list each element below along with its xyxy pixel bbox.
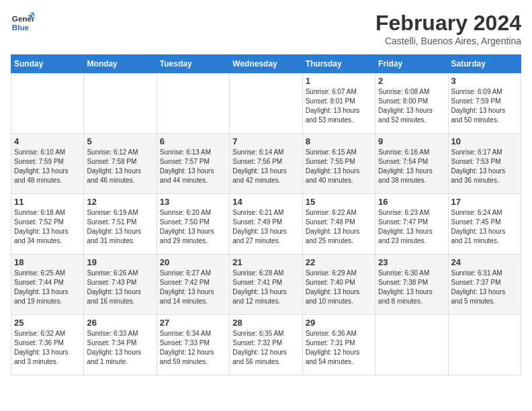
day-info: Sunrise: 6:30 AMSunset: 7:38 PMDaylight:…	[378, 269, 445, 306]
day-number: 4	[14, 136, 81, 146]
day-number: 8	[306, 136, 372, 146]
day-info: Sunrise: 6:34 AMSunset: 7:33 PMDaylight:…	[160, 329, 226, 367]
day-number: 7	[232, 136, 299, 146]
calendar-cell: 22Sunrise: 6:29 AMSunset: 7:40 PMDayligh…	[302, 255, 375, 315]
calendar-cell: 7Sunrise: 6:14 AMSunset: 7:56 PMDaylight…	[230, 134, 302, 194]
calendar-cell: 24Sunrise: 6:31 AMSunset: 7:37 PMDayligh…	[448, 255, 521, 315]
calendar-cell: 19Sunrise: 6:26 AMSunset: 7:43 PMDayligh…	[84, 255, 157, 315]
day-number: 13	[160, 197, 226, 207]
calendar-cell: 23Sunrise: 6:30 AMSunset: 7:38 PMDayligh…	[375, 255, 448, 315]
day-info: Sunrise: 6:15 AMSunset: 7:55 PMDaylight:…	[306, 148, 372, 185]
calendar-cell: 21Sunrise: 6:28 AMSunset: 7:41 PMDayligh…	[230, 255, 302, 315]
day-info: Sunrise: 6:32 AMSunset: 7:36 PMDaylight:…	[14, 329, 81, 367]
day-info: Sunrise: 6:26 AMSunset: 7:43 PMDaylight:…	[87, 269, 153, 306]
day-info: Sunrise: 6:24 AMSunset: 7:45 PMDaylight:…	[451, 208, 518, 246]
day-number: 16	[378, 197, 445, 207]
calendar-cell: 28Sunrise: 6:35 AMSunset: 7:32 PMDayligh…	[230, 315, 302, 375]
calendar-cell: 27Sunrise: 6:34 AMSunset: 7:33 PMDayligh…	[157, 315, 229, 375]
day-info: Sunrise: 6:10 AMSunset: 7:59 PMDaylight:…	[14, 148, 81, 185]
day-number: 22	[306, 257, 372, 267]
day-number: 1	[306, 76, 372, 86]
calendar-cell: 9Sunrise: 6:16 AMSunset: 7:54 PMDaylight…	[375, 134, 448, 194]
calendar-week-row: 18Sunrise: 6:25 AMSunset: 7:44 PMDayligh…	[11, 255, 521, 315]
day-number: 15	[306, 197, 372, 207]
day-of-week-header: Tuesday	[157, 55, 229, 73]
day-info: Sunrise: 6:23 AMSunset: 7:47 PMDaylight:…	[378, 208, 445, 246]
calendar-week-row: 4Sunrise: 6:10 AMSunset: 7:59 PMDaylight…	[11, 134, 521, 194]
day-number: 19	[87, 257, 153, 267]
svg-text:Blue: Blue	[12, 23, 30, 32]
day-of-week-header: Monday	[84, 55, 157, 73]
calendar-cell: 3Sunrise: 6:09 AMSunset: 7:59 PMDaylight…	[448, 73, 521, 134]
calendar-cell: 18Sunrise: 6:25 AMSunset: 7:44 PMDayligh…	[11, 255, 84, 315]
day-info: Sunrise: 6:20 AMSunset: 7:50 PMDaylight:…	[160, 208, 226, 246]
day-info: Sunrise: 6:13 AMSunset: 7:57 PMDaylight:…	[160, 148, 226, 185]
day-info: Sunrise: 6:09 AMSunset: 7:59 PMDaylight:…	[451, 87, 518, 125]
day-number: 17	[451, 197, 518, 207]
calendar-cell	[230, 73, 302, 134]
day-info: Sunrise: 6:16 AMSunset: 7:54 PMDaylight:…	[378, 148, 445, 185]
day-number: 6	[160, 136, 226, 146]
day-info: Sunrise: 6:36 AMSunset: 7:31 PMDaylight:…	[306, 329, 372, 367]
calendar-cell	[84, 73, 157, 134]
calendar-cell: 12Sunrise: 6:19 AMSunset: 7:51 PMDayligh…	[84, 194, 157, 255]
calendar-cell: 14Sunrise: 6:21 AMSunset: 7:49 PMDayligh…	[230, 194, 302, 255]
calendar-header-row: SundayMondayTuesdayWednesdayThursdayFrid…	[11, 55, 521, 73]
day-info: Sunrise: 6:35 AMSunset: 7:32 PMDaylight:…	[232, 329, 299, 367]
calendar-cell: 13Sunrise: 6:20 AMSunset: 7:50 PMDayligh…	[157, 194, 229, 255]
day-number: 2	[378, 76, 445, 86]
calendar-week-row: 11Sunrise: 6:18 AMSunset: 7:52 PMDayligh…	[11, 194, 521, 255]
day-number: 14	[232, 197, 299, 207]
day-number: 10	[451, 136, 518, 146]
subtitle: Castelli, Buenos Aires, Argentina	[375, 36, 521, 46]
calendar-cell: 25Sunrise: 6:32 AMSunset: 7:36 PMDayligh…	[11, 315, 84, 375]
day-of-week-header: Saturday	[448, 55, 521, 73]
day-number: 20	[160, 257, 226, 267]
day-info: Sunrise: 6:27 AMSunset: 7:42 PMDaylight:…	[160, 269, 226, 306]
calendar-cell: 29Sunrise: 6:36 AMSunset: 7:31 PMDayligh…	[302, 315, 375, 375]
day-info: Sunrise: 6:21 AMSunset: 7:49 PMDaylight:…	[232, 208, 299, 246]
calendar-week-row: 1Sunrise: 6:07 AMSunset: 8:01 PMDaylight…	[11, 73, 521, 134]
calendar-cell: 11Sunrise: 6:18 AMSunset: 7:52 PMDayligh…	[11, 194, 84, 255]
calendar-cell: 17Sunrise: 6:24 AMSunset: 7:45 PMDayligh…	[448, 194, 521, 255]
calendar-cell	[157, 73, 229, 134]
day-number: 29	[306, 318, 372, 328]
day-number: 9	[378, 136, 445, 146]
main-title: February 2024	[375, 11, 521, 36]
day-number: 5	[87, 136, 153, 146]
day-number: 12	[87, 197, 153, 207]
day-info: Sunrise: 6:08 AMSunset: 8:00 PMDaylight:…	[378, 87, 445, 125]
day-number: 27	[160, 318, 226, 328]
day-info: Sunrise: 6:22 AMSunset: 7:48 PMDaylight:…	[306, 208, 372, 246]
day-info: Sunrise: 6:31 AMSunset: 7:37 PMDaylight:…	[451, 269, 518, 306]
logo: General Blue	[11, 11, 35, 35]
title-area: February 2024 Castelli, Buenos Aires, Ar…	[375, 11, 521, 46]
day-info: Sunrise: 6:07 AMSunset: 8:01 PMDaylight:…	[306, 87, 372, 125]
calendar-cell	[375, 315, 448, 375]
day-number: 25	[14, 318, 81, 328]
calendar-cell	[11, 73, 84, 134]
day-number: 24	[451, 257, 518, 267]
calendar-cell: 8Sunrise: 6:15 AMSunset: 7:55 PMDaylight…	[302, 134, 375, 194]
day-of-week-header: Wednesday	[230, 55, 302, 73]
day-info: Sunrise: 6:18 AMSunset: 7:52 PMDaylight:…	[14, 208, 81, 246]
calendar-cell: 6Sunrise: 6:13 AMSunset: 7:57 PMDaylight…	[157, 134, 229, 194]
day-info: Sunrise: 6:14 AMSunset: 7:56 PMDaylight:…	[232, 148, 299, 185]
header: General Blue February 2024 Castelli, Bue…	[11, 11, 521, 46]
calendar-cell: 16Sunrise: 6:23 AMSunset: 7:47 PMDayligh…	[375, 194, 448, 255]
calendar-cell: 26Sunrise: 6:33 AMSunset: 7:34 PMDayligh…	[84, 315, 157, 375]
day-number: 26	[87, 318, 153, 328]
day-number: 28	[232, 318, 299, 328]
calendar-cell: 2Sunrise: 6:08 AMSunset: 8:00 PMDaylight…	[375, 73, 448, 134]
calendar-cell	[448, 315, 521, 375]
day-number: 11	[14, 197, 81, 207]
day-info: Sunrise: 6:29 AMSunset: 7:40 PMDaylight:…	[306, 269, 372, 306]
day-info: Sunrise: 6:33 AMSunset: 7:34 PMDaylight:…	[87, 329, 153, 367]
calendar-cell: 5Sunrise: 6:12 AMSunset: 7:58 PMDaylight…	[84, 134, 157, 194]
day-number: 18	[14, 257, 81, 267]
calendar-table: SundayMondayTuesdayWednesdayThursdayFrid…	[11, 54, 521, 375]
calendar-cell: 4Sunrise: 6:10 AMSunset: 7:59 PMDaylight…	[11, 134, 84, 194]
day-info: Sunrise: 6:25 AMSunset: 7:44 PMDaylight:…	[14, 269, 81, 306]
day-number: 23	[378, 257, 445, 267]
day-number: 3	[451, 76, 518, 86]
